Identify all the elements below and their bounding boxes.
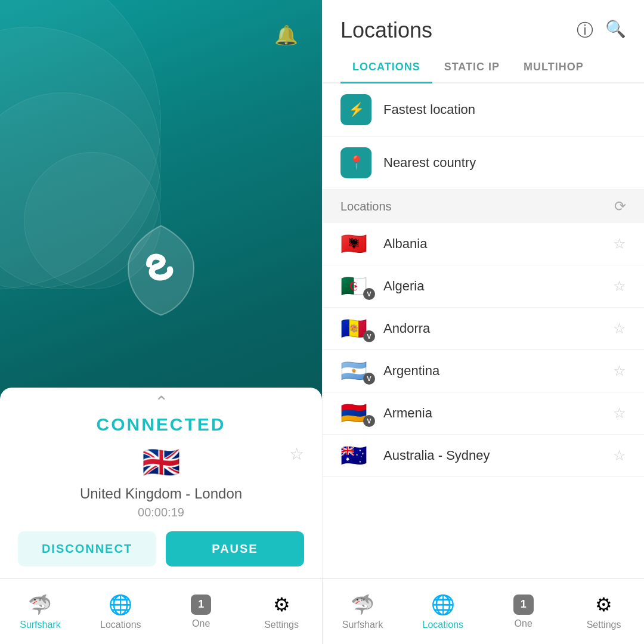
fastest-location-item[interactable]: ⚡ Fastest location — [323, 83, 644, 137]
disconnect-button[interactable]: DISCONNECT — [18, 531, 156, 566]
location-list: ⚡ Fastest location 📍 Nearest country Loc… — [323, 83, 644, 578]
favorite-algeria-icon[interactable]: ☆ — [613, 278, 626, 295]
nav-item-one-left[interactable]: 1 One — [161, 579, 242, 644]
vpn-badge-andorra: V — [363, 330, 375, 342]
vpn-badge-algeria: V — [363, 288, 375, 300]
country-name-argentina: Argentina — [383, 363, 613, 379]
surfshark-nav-icon-left: 🦈 — [28, 593, 52, 616]
left-panel: 🔔 ⌃ CONNECTED 🇬🇧 ☆ United Ki — [0, 0, 322, 578]
locations-nav-icon-right: 🌐 — [431, 593, 455, 616]
flag-wrap-armenia: 🇦🇲 V — [340, 402, 371, 425]
flag-favorite-row: 🇬🇧 ☆ — [18, 444, 304, 485]
one-nav-label-right: One — [515, 618, 532, 629]
favorite-albania-icon[interactable]: ☆ — [613, 236, 626, 252]
flag-wrap-argentina: 🇦🇷 V — [340, 360, 371, 382]
connected-card: ⌃ CONNECTED 🇬🇧 ☆ United Kingdom - London… — [0, 388, 322, 578]
nearest-country-item[interactable]: 📍 Nearest country — [323, 137, 644, 190]
favorite-australia-icon[interactable]: ☆ — [613, 447, 626, 464]
pin-icon: 📍 — [340, 147, 371, 178]
country-item-albania[interactable]: 🇦🇱 Albania ☆ — [323, 223, 644, 265]
country-name-armenia: Armenia — [383, 405, 613, 421]
nav-item-one-right[interactable]: 1 One — [483, 579, 564, 644]
connection-info: 🇬🇧 ☆ United Kingdom - London 00:00:19 — [18, 444, 304, 519]
chevron-up-icon[interactable]: ⌃ — [18, 388, 304, 414]
right-header: Locations ⓘ 🔍 — [323, 0, 644, 43]
locations-nav-icon-left: 🌐 — [109, 593, 132, 616]
country-name-andorra: Andorra — [383, 321, 613, 336]
search-icon[interactable]: 🔍 — [605, 19, 626, 42]
connected-status: CONNECTED — [18, 414, 304, 435]
one-nav-label-left: One — [192, 618, 210, 629]
right-nav-panel: 🦈 Surfshark 🌐 Locations 1 One ⚙ Settings — [323, 579, 645, 644]
flag-albania: 🇦🇱 — [340, 231, 367, 256]
info-icon[interactable]: ⓘ — [577, 19, 593, 42]
flag-wrap-algeria: 🇩🇿 V — [340, 275, 371, 298]
settings-nav-label-right: Settings — [587, 620, 621, 630]
country-name-australia: Australia - Sydney — [383, 448, 613, 463]
settings-nav-label-left: Settings — [264, 620, 299, 630]
settings-nav-icon-left: ⚙ — [273, 593, 290, 616]
surfshark-nav-icon-right: 🦈 — [351, 593, 374, 616]
favorite-star-icon[interactable]: ☆ — [289, 444, 304, 464]
flag-wrap-andorra: 🇦🇩 V — [340, 317, 371, 340]
locations-section-header: Locations ⟳ — [323, 190, 644, 223]
country-name-algeria: Algeria — [383, 278, 613, 294]
nearest-country-label: Nearest country — [383, 155, 476, 171]
fastest-location-label: Fastest location — [383, 102, 475, 117]
vpn-badge-armenia: V — [363, 415, 375, 427]
section-label: Locations — [340, 200, 392, 213]
locations-nav-label-right: Locations — [423, 620, 464, 630]
nav-item-surfshark-right[interactable]: 🦈 Surfshark — [323, 579, 403, 644]
notification-bell-icon[interactable]: 🔔 — [274, 24, 298, 47]
favorite-argentina-icon[interactable]: ☆ — [613, 363, 626, 379]
tab-multihop[interactable]: MULTIHOP — [512, 52, 596, 83]
bottom-navigation: 🦈 Surfshark 🌐 Locations 1 One ⚙ Settings… — [0, 578, 644, 644]
nav-item-settings-right[interactable]: ⚙ Settings — [564, 579, 644, 644]
left-nav-panel: 🦈 Surfshark 🌐 Locations 1 One ⚙ Settings — [0, 579, 322, 644]
country-item-algeria[interactable]: 🇩🇿 V Algeria ☆ — [323, 265, 644, 308]
favorite-andorra-icon[interactable]: ☆ — [613, 320, 626, 337]
tab-static-ip[interactable]: STATIC IP — [432, 52, 512, 83]
nav-item-settings-left[interactable]: ⚙ Settings — [242, 579, 322, 644]
flag-wrap-australia: 🇦🇺 — [340, 444, 371, 467]
vpn-badge-argentina: V — [363, 373, 375, 385]
flag-wrap-albania: 🇦🇱 — [340, 233, 371, 255]
surfshark-nav-label-left: Surfshark — [20, 620, 60, 630]
refresh-icon[interactable]: ⟳ — [614, 198, 626, 215]
nav-item-locations-left[interactable]: 🌐 Locations — [80, 579, 161, 644]
country-item-australia[interactable]: 🇦🇺 Australia - Sydney ☆ — [323, 435, 644, 477]
right-panel: Locations ⓘ 🔍 LOCATIONS STATIC IP MULTIH… — [322, 0, 644, 578]
surfshark-logo — [122, 222, 200, 320]
country-item-argentina[interactable]: 🇦🇷 V Argentina ☆ — [323, 350, 644, 392]
flag-australia: 🇦🇺 — [340, 443, 367, 467]
one-badge-right: 1 — [513, 595, 534, 615]
panel-title: Locations — [340, 18, 432, 43]
pause-button[interactable]: PAUSE — [166, 531, 304, 566]
settings-nav-icon-right: ⚙ — [595, 593, 612, 616]
header-icons: ⓘ 🔍 — [577, 19, 626, 42]
country-flag-emoji: 🇬🇧 — [142, 444, 181, 481]
country-item-armenia[interactable]: 🇦🇲 V Armenia ☆ — [323, 392, 644, 435]
one-badge-left: 1 — [191, 595, 211, 615]
tabs-bar: LOCATIONS STATIC IP MULTIHOP — [323, 52, 644, 83]
action-buttons: DISCONNECT PAUSE — [18, 531, 304, 566]
favorite-armenia-icon[interactable]: ☆ — [613, 405, 626, 422]
country-item-andorra[interactable]: 🇦🇩 V Andorra ☆ — [323, 308, 644, 350]
tab-locations[interactable]: LOCATIONS — [340, 52, 432, 83]
lightning-icon: ⚡ — [340, 94, 371, 125]
surfshark-nav-label-right: Surfshark — [342, 620, 383, 630]
locations-nav-label-left: Locations — [100, 620, 141, 630]
nav-item-locations-right[interactable]: 🌐 Locations — [402, 579, 483, 644]
nav-item-surfshark-left[interactable]: 🦈 Surfshark — [0, 579, 80, 644]
country-name-albania: Albania — [383, 236, 613, 252]
connection-timer: 00:00:19 — [138, 506, 184, 519]
location-name: United Kingdom - London — [80, 485, 242, 502]
